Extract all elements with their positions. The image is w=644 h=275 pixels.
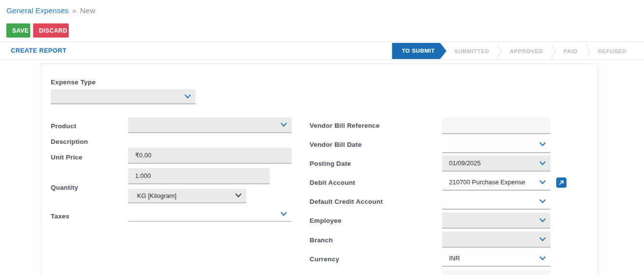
vendor-bill-reference-input[interactable]: [442, 118, 550, 134]
status-bar: CREATE REPORT TO SUBMIT SUBMITTED APPROV…: [0, 42, 644, 60]
uom-value: KG [Kilogram]: [137, 192, 176, 199]
default-credit-account-label: Default Credit Account: [310, 198, 383, 206]
quantity-label: Quantity: [51, 184, 78, 192]
chevron-down-icon: [540, 237, 546, 241]
product-select[interactable]: [128, 118, 292, 133]
pipeline-stage-paid[interactable]: PAID: [556, 48, 585, 54]
breadcrumb-separator-icon: »: [73, 7, 77, 15]
open-debit-account-button[interactable]: [556, 177, 566, 188]
chevron-down-icon: [540, 199, 546, 203]
taxes-label: Taxes: [51, 213, 69, 220]
chevron-down-icon: [540, 218, 546, 222]
chevron-down-icon: [185, 95, 191, 98]
chevron-down-icon: [281, 212, 287, 216]
pipeline-stage-approved[interactable]: APPROVED: [502, 48, 551, 54]
posting-date-value: 01/09/2025: [449, 159, 481, 167]
chevron-down-icon: [281, 123, 287, 127]
debit-account-select[interactable]: 210700 Purchase Expense: [442, 175, 550, 191]
unit-price-value: ₹0.00: [135, 152, 152, 159]
posting-date-select[interactable]: 01/09/2025: [442, 156, 550, 172]
arrow-up-right-icon: [558, 179, 565, 186]
pipeline-stage-submitted[interactable]: SUBMITTED: [447, 48, 497, 54]
branch-label: Branch: [310, 236, 333, 244]
expense-type-select[interactable]: [51, 89, 195, 104]
discard-button[interactable]: DISCARD: [33, 23, 69, 38]
status-pipeline: TO SUBMIT SUBMITTED APPROVED PAID REFUSE…: [392, 43, 634, 59]
default-credit-account-select[interactable]: [442, 194, 550, 210]
vendor-bill-date-select[interactable]: [442, 137, 550, 153]
pipeline-stage-refused[interactable]: REFUSED: [590, 48, 634, 54]
create-report-link[interactable]: CREATE REPORT: [11, 47, 66, 54]
next-field-partial[interactable]: [442, 270, 550, 275]
breadcrumb-current: New: [80, 6, 95, 15]
unit-price-input[interactable]: ₹0.00: [128, 148, 292, 164]
vendor-bill-date-label: Vendor Bill Date: [310, 141, 362, 149]
posting-date-label: Posting Date: [310, 160, 351, 168]
pipeline-chevron-icon: [585, 44, 590, 59]
branch-select[interactable]: [442, 232, 550, 248]
quantity-value: 1.000: [135, 172, 151, 179]
description-label: Description: [51, 138, 88, 146]
chevron-down-icon: [540, 142, 546, 146]
pipeline-chevron-icon: [551, 44, 556, 59]
breadcrumb: General Expenses » New: [6, 6, 95, 15]
breadcrumb-parent-link[interactable]: General Expenses: [6, 6, 69, 15]
page-header: General Expenses » New SAVE DISCARD: [0, 0, 644, 42]
debit-account-label: Debit Account: [310, 179, 355, 187]
expense-type-label: Expense Type: [51, 79, 96, 86]
uom-select[interactable]: KG [Kilogram]: [128, 189, 246, 203]
employee-label: Employee: [310, 217, 341, 225]
taxes-select[interactable]: [128, 207, 292, 222]
currency-value: INR: [449, 255, 460, 262]
chevron-down-icon: [540, 180, 546, 184]
quantity-input[interactable]: 1.000: [128, 168, 270, 184]
product-label: Product: [51, 122, 76, 130]
debit-account-value: 210700 Purchase Expense: [449, 178, 525, 186]
currency-select[interactable]: INR: [442, 251, 550, 267]
pipeline-chevron-icon: [497, 44, 502, 59]
chevron-down-icon: [540, 161, 546, 165]
currency-label: Currency: [310, 255, 339, 263]
save-button[interactable]: SAVE: [6, 23, 30, 38]
pipeline-stage-to-submit[interactable]: TO SUBMIT: [392, 43, 447, 59]
expense-form-card: Expense Type Product Description Unit Pr…: [41, 63, 598, 275]
chevron-down-icon: [235, 194, 241, 197]
employee-select[interactable]: [442, 213, 550, 229]
unit-price-label: Unit Price: [51, 154, 82, 161]
chevron-down-icon: [540, 256, 546, 260]
vendor-bill-reference-label: Vendor Bill Reference: [310, 122, 380, 130]
